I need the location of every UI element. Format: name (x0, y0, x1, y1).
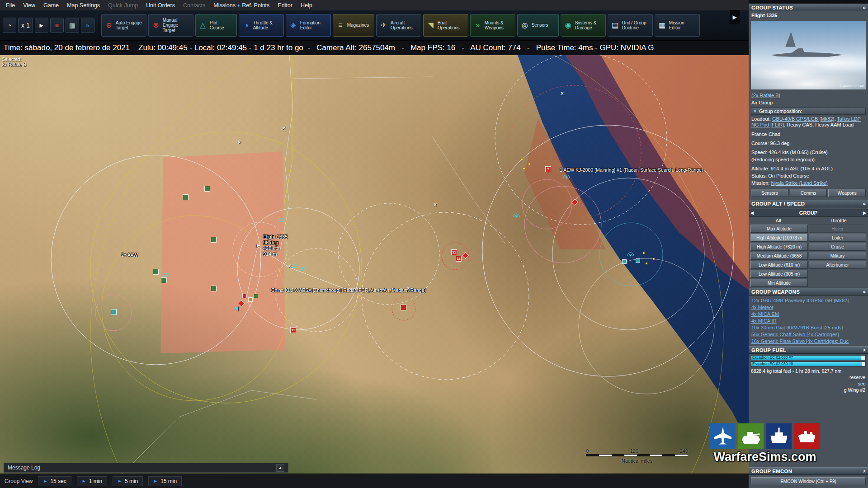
weapon-link[interactable]: 4x Meteor (751, 305, 865, 310)
contact-dot[interactable] (523, 168, 525, 169)
plot-course-button[interactable]: △ Plot Course (195, 14, 237, 37)
contact-dot[interactable] (528, 163, 530, 165)
message-log-expand-button[interactable]: ▲ (276, 464, 284, 472)
map-unit-hostile[interactable]: 11 (290, 327, 296, 333)
flight-1335-label[interactable]: Flight 1335 96 deg 428 kts 914 m (263, 234, 288, 257)
aircraft-operations-button[interactable]: ✈ Aircraft Operations (376, 14, 421, 37)
radar-dome-icon[interactable] (298, 265, 307, 271)
alt-low-610-button[interactable]: Low Altitude (610 m) (750, 261, 808, 269)
throttle-cruise-button[interactable]: Cruise (809, 243, 866, 251)
radar-dome-icon[interactable] (162, 271, 170, 277)
message-log-bar[interactable]: Message Log ▲ (4, 463, 288, 473)
group-status-header[interactable]: GROUP STATUS » (749, 4, 868, 11)
alt-high-10973-button[interactable]: High Altitude (10973 m (750, 234, 808, 242)
alt-low-305-button[interactable]: Low Altitude (305 m) (750, 270, 808, 278)
map-viewport[interactable]: ▼ 11 11 11 ? × × × × × × (0, 55, 749, 488)
boat-operations-button[interactable]: ◥ Boat Operations (423, 14, 468, 37)
contact-dot[interactable] (653, 258, 655, 260)
radar-dome-icon[interactable] (627, 250, 635, 256)
map-unit-hostile[interactable]: 11 (451, 249, 457, 255)
menu-editor[interactable]: Editor (274, 1, 297, 10)
mission-editor-button[interactable]: ▦ Mission Editor (655, 14, 700, 37)
time-step-15min-button[interactable]: ►15 min (148, 476, 182, 486)
map-unit-friendly-ground[interactable] (161, 277, 167, 283)
group-composition-dropdown[interactable]: ▼ Group composition: (751, 108, 866, 115)
unit-group-doctrine-button[interactable]: ▤ Unit / Group Doctrine (608, 14, 653, 37)
radar-dome-icon[interactable] (512, 211, 520, 217)
map-unit-friendly-vehicle[interactable] (111, 309, 117, 315)
weapon-link[interactable]: 4x MICA EM (751, 311, 865, 317)
map-unit-friendly-ground[interactable] (211, 237, 217, 243)
mounts-weapons-button[interactable]: » Mounts & Weapons (470, 14, 515, 37)
print-button[interactable]: ▥ (66, 18, 79, 33)
contact-dot[interactable] (646, 263, 647, 264)
manual-engage-target-button[interactable]: ⊗ Manual Engage Target (148, 14, 193, 37)
time-step-15sec-button[interactable]: ►15 sec (38, 476, 71, 486)
waypoint-x-icon[interactable]: × (288, 263, 291, 269)
contact-dot[interactable] (521, 159, 523, 160)
sensors-button[interactable]: ◎ Sensors (517, 14, 559, 37)
menu-view[interactable]: View (19, 1, 39, 10)
menu-game[interactable]: Game (39, 1, 63, 10)
map-unit-naval[interactable] (636, 258, 640, 263)
menu-map-settings[interactable]: Map Settings (63, 1, 104, 10)
waypoint-x-icon[interactable]: × (282, 125, 285, 131)
time-compression-clock-button[interactable]: ◔ (3, 18, 16, 33)
map-unit-friendly-ground[interactable] (211, 286, 217, 291)
alt-high-7620-button[interactable]: High Altitude (7620 m) (750, 243, 808, 251)
group-view-label[interactable]: Group View (5, 478, 33, 484)
map-unit-hostile[interactable] (401, 305, 406, 310)
weapon-link[interactable]: 12x GBU-49/B Paveway II GPS/LGB [Mk82] (751, 298, 865, 304)
systems-damage-button[interactable]: ◉ Systems & Damage (561, 14, 606, 37)
auto-engage-target-button[interactable]: ⊕ Auto Engage Target (101, 14, 146, 37)
collapse-icon[interactable]: » (861, 202, 867, 205)
jump-button[interactable]: » (81, 18, 94, 33)
weapons-panel-button[interactable]: Weapons (828, 189, 866, 197)
menu-help[interactable]: Help (297, 1, 316, 10)
radar-dome-icon[interactable] (277, 216, 285, 222)
comms-panel-button[interactable]: Comms (790, 189, 827, 197)
weapon-link[interactable]: 10x 30mm Giat 30/M791B Burst [25 rnds] (751, 325, 865, 331)
emcon-window-button[interactable]: EMCON Window (Ctrl + F9) (751, 477, 866, 485)
throttle-afterburner-button[interactable]: Afterburner (809, 261, 866, 269)
contact-dot[interactable] (643, 252, 645, 254)
map-unit-naval[interactable] (622, 259, 627, 264)
sensors-panel-button[interactable]: Sensors (751, 189, 788, 197)
weapon-link[interactable]: 4x MICA IR (751, 318, 865, 324)
menu-file[interactable]: File (2, 1, 19, 10)
collapse-icon[interactable]: » (861, 469, 867, 472)
group-emcon-header[interactable]: GROUP EMCON » (749, 467, 868, 475)
throttle-military-button[interactable]: Military (809, 252, 866, 260)
map-unit-hostile[interactable]: 11 (456, 256, 462, 262)
alt-medium-3658-button[interactable]: Medium Altitude (3658 (750, 252, 808, 260)
magazines-button[interactable]: ≡ Magazines (333, 14, 374, 37)
time-step-5min-button[interactable]: ►5 min (113, 476, 143, 486)
radar-dome-icon[interactable] (290, 262, 298, 268)
map-unit-friendly-ground[interactable] (183, 194, 189, 200)
waypoint-x-icon[interactable]: × (561, 90, 564, 97)
group-weapons-header[interactable]: GROUP WEAPONS » (749, 288, 868, 296)
alt-min-button[interactable]: Min Altitude (750, 279, 808, 287)
waypoint-x-icon[interactable]: × (434, 202, 437, 208)
map-unit-cluster[interactable] (254, 294, 258, 298)
time-step-1min-button[interactable]: ►1 min (77, 476, 107, 486)
panel-collapse-tab[interactable]: ▶ (730, 10, 740, 24)
menu-unit-orders[interactable]: Unit Orders (142, 1, 179, 10)
group-fuel-header[interactable]: GROUP FUEL » (749, 346, 868, 354)
aaw-flight-label[interactable]: 2x AAW (121, 252, 138, 258)
radar-dome-icon[interactable] (562, 173, 571, 178)
weapon-link[interactable]: 16x Generic Flare Salvo [4x Cartridges; … (751, 338, 865, 344)
collapse-icon[interactable]: » (861, 290, 867, 293)
formation-editor-button[interactable]: ◈ Formation Editor (286, 14, 331, 37)
collapse-icon[interactable]: » (861, 348, 867, 351)
map-unit-friendly-ground[interactable] (153, 269, 159, 275)
map-unit-friendly-ground[interactable] (204, 186, 210, 192)
waypoint-x-icon[interactable]: × (238, 139, 241, 145)
map-unit-cluster[interactable] (248, 297, 253, 302)
collapse-icon[interactable]: » (861, 6, 867, 9)
group-prev-arrow[interactable]: ◀ (750, 211, 754, 215)
group-alt-speed-header[interactable]: GROUP ALT / SPEED » (749, 200, 868, 207)
throttle-loiter-button[interactable]: Loiter (809, 234, 866, 242)
map-contact-unknown[interactable]: ? (545, 166, 551, 172)
alt-max-button[interactable]: Max Altitude (750, 225, 808, 233)
